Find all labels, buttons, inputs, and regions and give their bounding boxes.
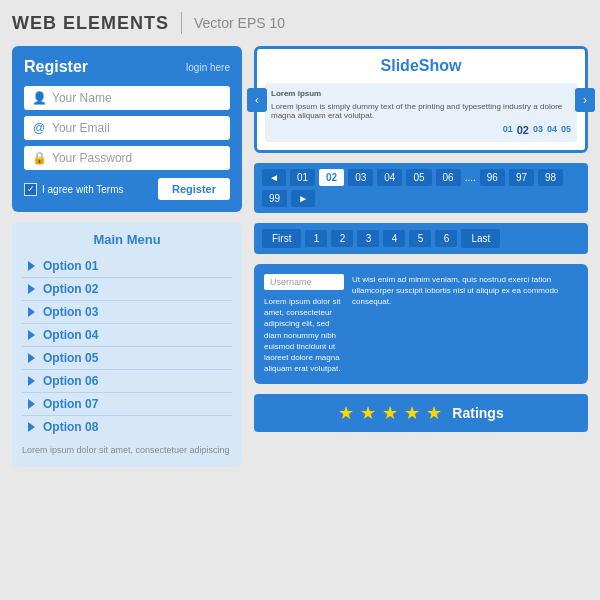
page-btn-03[interactable]: 03 — [348, 169, 373, 186]
arrow-icon — [28, 330, 35, 340]
pagination-prev-button[interactable]: ◄ — [262, 169, 286, 186]
slideshow-title: SlideShow — [265, 57, 577, 75]
password-placeholder: Your Password — [52, 151, 132, 165]
user-card-left-text: Lorem ipsum dolor sit amet, consecteteur… — [264, 296, 344, 374]
username-field[interactable]: Username — [264, 274, 344, 290]
menu-item[interactable]: Option 03 — [22, 301, 232, 324]
arrow-icon — [28, 307, 35, 317]
page-btn-3[interactable]: 3 — [357, 230, 379, 247]
menu-option-2: Option 02 — [43, 282, 98, 296]
slideshow-prev-button[interactable]: ‹ — [247, 88, 267, 112]
menu-item[interactable]: Option 08 — [22, 416, 232, 438]
user-card-left: Username Lorem ipsum dolor sit amet, con… — [264, 274, 344, 374]
menu-option-7: Option 07 — [43, 397, 98, 411]
left-column: Register login here 👤 Your Name @ Your E… — [12, 46, 242, 467]
menu-item[interactable]: Option 06 — [22, 370, 232, 393]
first-page-button[interactable]: First — [262, 229, 301, 248]
register-button[interactable]: Register — [158, 178, 230, 200]
menu-item[interactable]: Option 07 — [22, 393, 232, 416]
menu-option-3: Option 03 — [43, 305, 98, 319]
slideshow-widget: SlideShow ‹ › Lorem ipsum Lorem ipsum is… — [254, 46, 588, 153]
arrow-icon — [28, 261, 35, 271]
slideshow-content: Lorem ipsum Lorem ipsum is simply dummy … — [265, 83, 577, 142]
pagination-bar-2: First 1 2 3 4 5 6 Last — [254, 223, 588, 254]
right-column: SlideShow ‹ › Lorem ipsum Lorem ipsum is… — [254, 46, 588, 467]
agree-text: I agree with Terms — [42, 184, 124, 195]
slideshow-next-button[interactable]: › — [575, 88, 595, 112]
menu-title: Main Menu — [22, 232, 232, 247]
dot-4[interactable]: 04 — [547, 124, 557, 136]
arrow-icon — [28, 399, 35, 409]
menu-option-8: Option 08 — [43, 420, 98, 434]
password-input-field[interactable]: 🔒 Your Password — [24, 146, 230, 170]
page-btn-4[interactable]: 4 — [383, 230, 405, 247]
slideshow-lorem-title: Lorem ipsum — [271, 89, 571, 98]
email-input-field[interactable]: @ Your Email — [24, 116, 230, 140]
last-page-button[interactable]: Last — [461, 229, 500, 248]
checkbox[interactable]: ✓ — [24, 183, 37, 196]
dot-1[interactable]: 01 — [503, 124, 513, 136]
user-card-right-text: Ut wisi enim ad minim veniam, quis nostr… — [352, 274, 578, 374]
ratings-label: Ratings — [452, 405, 503, 421]
page-btn-02[interactable]: 02 — [319, 169, 344, 186]
menu-item[interactable]: Option 04 — [22, 324, 232, 347]
menu-item[interactable]: Option 02 — [22, 278, 232, 301]
star-2[interactable]: ★ — [360, 402, 376, 424]
user-card: Username Lorem ipsum dolor sit amet, con… — [254, 264, 588, 384]
menu-option-1: Option 01 — [43, 259, 98, 273]
arrow-icon — [28, 284, 35, 294]
lock-icon: 🔒 — [32, 151, 46, 165]
star-4[interactable]: ★ — [404, 402, 420, 424]
agree-checkbox-label[interactable]: ✓ I agree with Terms — [24, 183, 124, 196]
dot-3[interactable]: 03 — [533, 124, 543, 136]
page-btn-04[interactable]: 04 — [377, 169, 402, 186]
star-1[interactable]: ★ — [338, 402, 354, 424]
main-menu: Main Menu Option 01 Option 02 Option 03 … — [12, 222, 242, 467]
menu-option-4: Option 04 — [43, 328, 98, 342]
arrow-icon — [28, 422, 35, 432]
checkmark-icon: ✓ — [27, 184, 35, 194]
menu-item[interactable]: Option 05 — [22, 347, 232, 370]
menu-item[interactable]: Option 01 — [22, 255, 232, 278]
page-btn-99[interactable]: 99 — [262, 190, 287, 207]
email-icon: @ — [32, 121, 46, 135]
name-input-field[interactable]: 👤 Your Name — [24, 86, 230, 110]
page-btn-98[interactable]: 98 — [538, 169, 563, 186]
page-btn-01[interactable]: 01 — [290, 169, 315, 186]
pagination-bar-1: ◄ 01 02 03 04 05 06 .... 96 97 98 99 ► — [254, 163, 588, 213]
page-btn-5[interactable]: 5 — [409, 230, 431, 247]
arrow-icon — [28, 376, 35, 386]
menu-option-5: Option 05 — [43, 351, 98, 365]
page-ellipsis: .... — [465, 172, 476, 183]
header-subtitle: Vector EPS 10 — [194, 15, 285, 31]
register-title: Register — [24, 58, 88, 76]
arrow-icon — [28, 353, 35, 363]
login-link[interactable]: login here — [186, 62, 230, 73]
page-btn-05[interactable]: 05 — [406, 169, 431, 186]
star-5[interactable]: ★ — [426, 402, 442, 424]
dot-5[interactable]: 05 — [561, 124, 571, 136]
page-btn-2[interactable]: 2 — [331, 230, 353, 247]
page-btn-1[interactable]: 1 — [305, 230, 327, 247]
star-3[interactable]: ★ — [382, 402, 398, 424]
header-divider — [181, 12, 182, 34]
slideshow-lorem-body: Lorem ipsum is simply dummy text of the … — [271, 102, 571, 120]
dot-2[interactable]: 02 — [517, 124, 529, 136]
menu-option-6: Option 06 — [43, 374, 98, 388]
name-placeholder: Your Name — [52, 91, 112, 105]
ratings-bar: ★ ★ ★ ★ ★ Ratings — [254, 394, 588, 432]
page-title: WEB ELEMENTS — [12, 13, 169, 34]
register-form: Register login here 👤 Your Name @ Your E… — [12, 46, 242, 212]
page-btn-96[interactable]: 96 — [480, 169, 505, 186]
pagination-next-button[interactable]: ► — [291, 190, 315, 207]
email-placeholder: Your Email — [52, 121, 110, 135]
page-btn-6[interactable]: 6 — [435, 230, 457, 247]
person-icon: 👤 — [32, 91, 46, 105]
page-btn-06[interactable]: 06 — [436, 169, 461, 186]
menu-footer: Lorem ipsum dolor sit amet, consectetuer… — [22, 444, 232, 457]
page-btn-97[interactable]: 97 — [509, 169, 534, 186]
